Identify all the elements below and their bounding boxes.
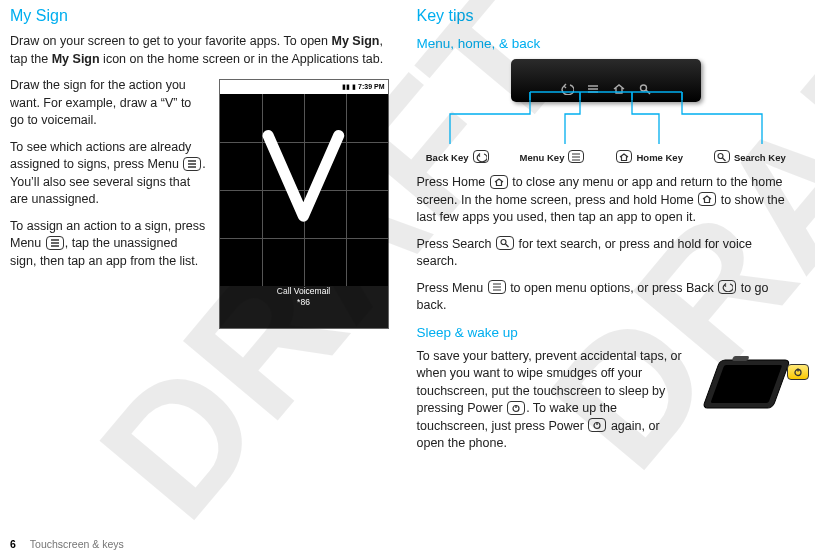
v-gesture-icon (253, 123, 354, 229)
home-paragraph: Press Home to close any menu or app and … (417, 174, 796, 227)
back-key-icon (554, 80, 580, 98)
sleep-paragraph: To save your battery, prevent accidental… (417, 348, 684, 453)
right-column: Key tips Menu, home, & back Back Key (417, 5, 796, 505)
home-icon (616, 150, 632, 163)
svg-point-0 (640, 85, 646, 91)
home-key-icon (606, 80, 632, 98)
menu-icon (183, 157, 201, 171)
power-icon (588, 418, 606, 432)
menu-back-paragraph: Press Menu to open menu options, or pres… (417, 280, 796, 315)
menu-key-label: Menu Key (520, 151, 586, 164)
page-number: 6 (10, 537, 16, 552)
power-button-badge (787, 364, 809, 380)
search-icon (496, 236, 514, 250)
svg-point-1 (718, 153, 723, 158)
mysign-heading: My Sign (10, 5, 389, 27)
search-paragraph: Press Search for text search, or press a… (417, 236, 796, 271)
signal-icon: ▮▮ (342, 82, 350, 92)
menu-key-icon (580, 80, 606, 98)
status-time: 7:39 PM (358, 82, 384, 92)
phone-side-illustration (695, 352, 795, 422)
battery-icon: ▮ (352, 82, 356, 92)
footer: 6 Touchscreen & keys (10, 537, 124, 552)
phone-navbar (511, 59, 701, 102)
mysign-p3: To see which actions are already assigne… (10, 139, 207, 209)
footer-section: Touchscreen & keys (30, 537, 124, 552)
status-bar: ▮▮ ▮ 7:39 PM (220, 80, 388, 94)
keytips-heading: Key tips (417, 5, 796, 27)
home-key-label: Home Key (615, 151, 682, 164)
power-icon (507, 401, 525, 415)
home-icon (490, 175, 508, 189)
mysign-screenshot: ▮▮ ▮ 7:39 PM Call Voicemail (219, 79, 389, 329)
left-column: My Sign Draw on your screen to get to yo… (10, 5, 389, 505)
search-icon (714, 150, 730, 163)
navbar-figure: Back Key Menu Key Home Key Search Key (426, 59, 786, 164)
menu-icon (488, 280, 506, 294)
search-key-icon (632, 80, 658, 98)
page-columns: My Sign Draw on your screen to get to yo… (10, 5, 795, 505)
menuhomeback-heading: Menu, home, & back (417, 35, 796, 54)
mysign-intro: Draw on your screen to get to your favor… (10, 33, 389, 68)
home-icon (698, 192, 716, 206)
back-icon (473, 150, 489, 163)
mysign-p2: Draw the sign for the action you want. F… (10, 77, 207, 130)
menu-icon (568, 150, 584, 163)
mysign-p4: To assign an action to a sign, press Men… (10, 218, 207, 271)
search-key-label: Search Key (713, 151, 786, 164)
menu-icon (46, 236, 64, 250)
back-key-label: Back Key (426, 151, 490, 164)
svg-point-2 (501, 240, 506, 245)
gesture-grid (220, 94, 388, 286)
gesture-caption: Call Voicemail *86 (220, 286, 388, 328)
back-icon (718, 280, 736, 294)
svg-rect-7 (732, 356, 750, 361)
sleep-heading: Sleep & wake up (417, 324, 796, 343)
